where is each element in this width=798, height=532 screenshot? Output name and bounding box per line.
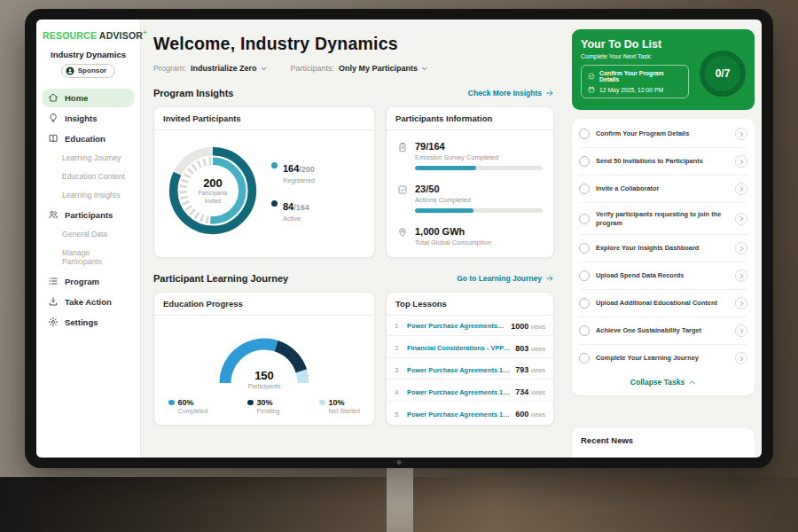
legend-dot-not-started	[319, 400, 325, 406]
collapse-tasks-button[interactable]: Collapse Tasks	[579, 372, 747, 394]
lesson-views-word: views	[531, 411, 545, 418]
task-chevron-button[interactable]	[735, 183, 747, 195]
task-checkbox[interactable]	[579, 156, 590, 167]
sidebar-item-label: Take Action	[65, 297, 112, 307]
task-checkbox[interactable]	[579, 129, 590, 139]
sidebar-item-label: Education	[65, 134, 106, 144]
task-label: Confirm Your Program Details	[596, 129, 729, 138]
lesson-link[interactable]: Financial Considerations - VPPAs	[407, 344, 510, 352]
participants-information-title: Participants Information	[387, 107, 553, 130]
go-to-learning-journey-link[interactable]: Go to Learning Journey	[457, 274, 554, 283]
task-chevron-button[interactable]	[735, 213, 747, 225]
sidebar-item-label: Settings	[65, 317, 98, 327]
program-filter-dropdown[interactable]: Industrialize Zero	[191, 64, 268, 73]
next-task-due: 12 May 2025, 12:00 PM	[599, 87, 663, 93]
task-checkbox[interactable]	[579, 184, 590, 194]
sidebar-item-learning-journey[interactable]: Learning Journey	[43, 150, 134, 167]
sidebar-item-program[interactable]: Program	[43, 272, 134, 291]
sidebar-item-learning-insights[interactable]: Learning Insights	[43, 187, 134, 204]
task-row[interactable]: Achieve One Sustainability Target	[579, 317, 747, 345]
task-chevron-button[interactable]	[735, 325, 747, 337]
task-chevron-button[interactable]	[735, 155, 747, 168]
task-chevron-button[interactable]	[735, 297, 747, 309]
task-checkbox[interactable]	[579, 270, 590, 281]
task-checkbox[interactable]	[579, 243, 590, 254]
task-checkbox[interactable]	[579, 214, 590, 224]
lesson-views-word: views	[531, 346, 545, 352]
task-checkbox[interactable]	[579, 325, 590, 336]
task-checkbox[interactable]	[579, 298, 590, 309]
lesson-link[interactable]: Power Purchase Agreements 102	[407, 388, 510, 396]
participants-filter-dropdown[interactable]: Only My Participants	[339, 64, 428, 73]
task-row[interactable]: Verify participants requesting to join t…	[579, 203, 747, 235]
task-row[interactable]: Confirm Your Program Details	[579, 121, 747, 148]
global-consumption-stat: 1,000 GWh Total Global Consumption	[397, 226, 543, 246]
next-task-label: Confirm Your Program Details	[599, 70, 682, 82]
monitor-stand	[387, 458, 413, 532]
people-icon	[48, 209, 59, 220]
task-row[interactable]: Upload Additional Educational Content	[579, 290, 747, 317]
sidebar: RESOURCE ADVISOR+ Industry Dynamics Spon…	[36, 20, 141, 458]
task-row[interactable]: Complete Your Learning Journey	[579, 345, 747, 372]
task-label: Complete Your Learning Journey	[596, 354, 729, 363]
lesson-views-word: views	[531, 324, 545, 330]
chevron-right-icon	[739, 273, 745, 279]
home-icon	[48, 92, 59, 103]
pending-pct: 30%	[257, 398, 273, 407]
lesson-rank: 3	[395, 366, 402, 374]
next-task-box[interactable]: Confirm Your Program Details 12 May 2025…	[581, 65, 689, 98]
lesson-row: 1 Power Purchase Agreements 101 1000 vie…	[387, 317, 553, 336]
sponsor-badge[interactable]: Sponsor	[61, 64, 115, 78]
sidebar-item-general-data[interactable]: General Data	[43, 226, 134, 243]
sidebar-item-manage-participants[interactable]: Manage Participants	[43, 245, 134, 270]
legend-dot-completed	[168, 400, 175, 406]
gauge-center-value: 150	[207, 370, 322, 383]
task-row[interactable]: Upload Spend Data Records	[579, 262, 747, 290]
task-chevron-button[interactable]	[735, 352, 747, 364]
sidebar-item-participants[interactable]: Participants	[43, 206, 134, 224]
task-label: Achieve One Sustainability Target	[596, 326, 729, 335]
lesson-views-word: views	[531, 389, 545, 395]
download-icon	[48, 296, 59, 307]
sidebar-item-home[interactable]: Home	[43, 89, 134, 107]
list-icon	[48, 276, 59, 286]
lesson-link[interactable]: Power Purchase Agreements 101	[407, 366, 510, 374]
logo-advisor: ADVISOR	[99, 30, 143, 41]
lesson-rank: 1	[395, 322, 402, 330]
lesson-link[interactable]: Power Purchase Agreements 103	[407, 411, 510, 419]
pending-label: Pending	[257, 408, 280, 414]
sidebar-item-settings[interactable]: Settings	[43, 313, 134, 332]
lesson-row: 2 Financial Considerations - VPPAs 803 v…	[387, 340, 553, 358]
logo-resource: RESOURCE	[43, 30, 97, 41]
task-row[interactable]: Send 50 Invitations to Participants	[579, 148, 747, 176]
sidebar-item-take-action[interactable]: Take Action	[43, 293, 134, 311]
task-chevron-button[interactable]	[735, 270, 747, 282]
sidebar-item-insights[interactable]: Insights	[43, 109, 134, 128]
gauge-center-label: Participants	[207, 383, 322, 390]
task-checkbox[interactable]	[579, 353, 590, 364]
lesson-row: 5 Power Purchase Agreements 103 600 view…	[387, 405, 553, 423]
task-chevron-button[interactable]	[735, 128, 747, 140]
active-total: /164	[293, 203, 309, 212]
chevron-right-icon	[739, 159, 745, 165]
arrow-right-icon	[545, 89, 554, 98]
task-row[interactable]: Explore Your Insights Dashboard	[579, 235, 747, 262]
task-row[interactable]: Invite a Collaborator	[579, 176, 747, 203]
lesson-row: 4 Power Purchase Agreements 102 734 view…	[387, 383, 553, 402]
check-more-insights-label: Check More Insights	[468, 89, 542, 98]
task-chevron-button[interactable]	[735, 242, 747, 254]
task-label: Invite a Collaborator	[596, 184, 729, 193]
chevron-right-icon	[739, 186, 745, 192]
sidebar-item-education-content[interactable]: Education Content	[43, 168, 134, 185]
arrow-right-icon	[545, 274, 554, 283]
sidebar-item-education[interactable]: Education	[43, 129, 134, 148]
legend-dot-pending	[247, 400, 254, 406]
todo-title: Your To Do List	[581, 38, 746, 51]
participants-information-card: Participants Information 79/164 Emission…	[386, 106, 554, 258]
legend-dot-active	[271, 200, 278, 207]
check-more-insights-link[interactable]: Check More Insights	[468, 89, 554, 98]
monitor-bezel: RESOURCE ADVISOR+ Industry Dynamics Spon…	[25, 9, 773, 468]
lesson-link[interactable]: Power Purchase Agreements 101	[407, 322, 505, 330]
sponsor-badge-label: Sponsor	[78, 66, 106, 74]
gear-icon	[48, 317, 59, 327]
